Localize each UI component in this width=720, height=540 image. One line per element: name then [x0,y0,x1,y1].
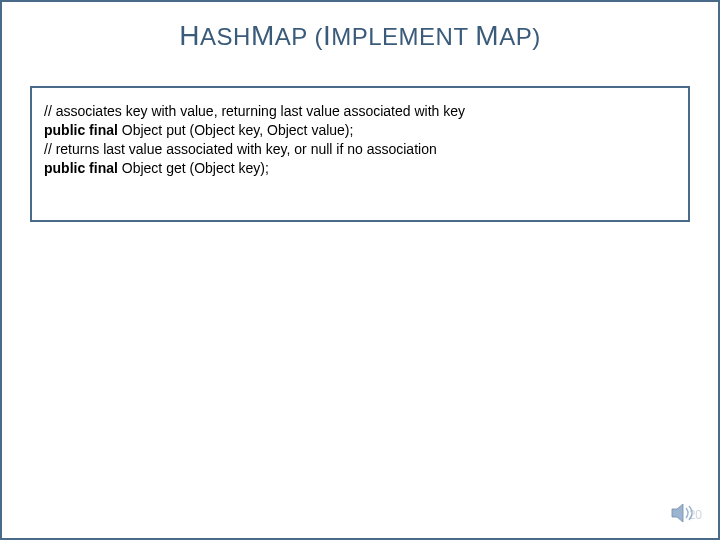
code-text: Object put (Object key, Object value); [118,122,354,138]
code-line-get: public final Object get (Object key); [44,159,676,178]
title-part: ASH [200,23,251,50]
slide-frame: HASHMAP (IMPLEMENT MAP) // associates ke… [0,0,720,540]
code-comment-2: // returns last value associated with ke… [44,140,676,159]
code-line-put: public final Object put (Object key, Obj… [44,121,676,140]
page-number: 20 [689,508,702,522]
code-block: // associates key with value, returning … [30,86,690,222]
title-part: M [475,20,499,51]
title-part: AP [275,23,308,50]
keyword: public final [44,160,118,176]
code-comment-1: // associates key with value, returning … [44,102,676,121]
code-text: Object get (Object key); [118,160,269,176]
title-part: MPLEMENT [331,23,475,50]
title-part: ) [532,23,541,50]
title-part: ( [307,23,323,50]
slide-title: HASHMAP (IMPLEMENT MAP) [2,2,718,68]
title-part: H [179,20,200,51]
keyword: public final [44,122,118,138]
title-part: M [251,20,275,51]
title-part: AP [499,23,532,50]
